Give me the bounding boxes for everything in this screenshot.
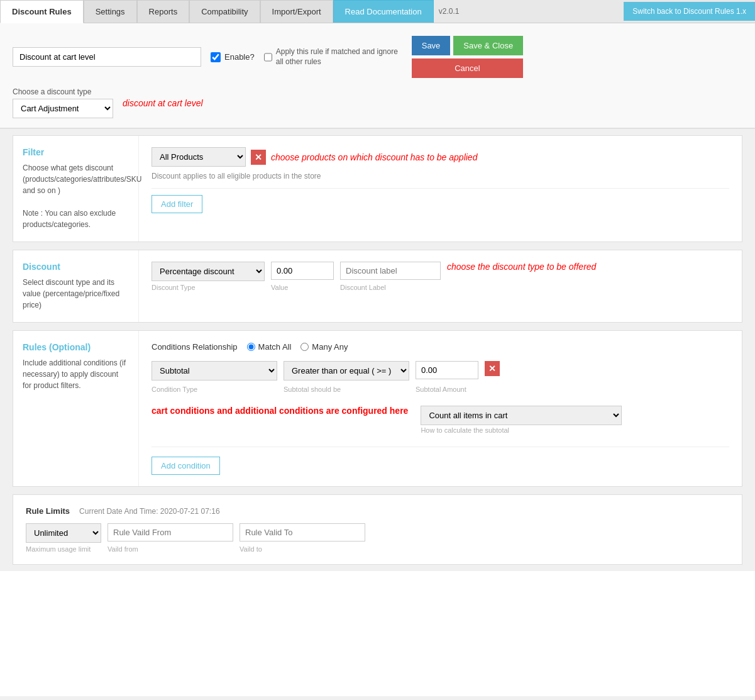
- discount-section: Discount Select discount type and its va…: [13, 250, 742, 323]
- conditions-relationship: Conditions Relationship Match All Many A…: [152, 342, 729, 352]
- tab-read-documentation[interactable]: Read Documentation: [333, 0, 434, 23]
- filter-title: Filter: [23, 147, 129, 157]
- discount-field-labels: Discount Type Value Discount Label: [152, 284, 729, 291]
- rules-section-right: Conditions Relationship Match All Many A…: [139, 331, 742, 486]
- limits-to-label: Vaild to: [240, 545, 365, 553]
- condition-operator-select[interactable]: Greater than or equal ( >= ) Less than (…: [284, 361, 409, 381]
- tab-compatibility[interactable]: Compatibility: [189, 0, 260, 23]
- main-content: Enable? Apply this rule if matched and i…: [0, 23, 755, 696]
- limits-labels: Maximum usage limit Vaild from Vaild to: [26, 545, 729, 553]
- discount-label-field-label: Discount Label: [340, 284, 441, 291]
- condition-calc-select[interactable]: Count all items in cart Sum of quantitie…: [421, 406, 622, 425]
- action-buttons: Save Save & Close Cancel: [412, 36, 523, 78]
- filter-section-left: Filter Choose what gets discount (produc…: [13, 136, 139, 242]
- ignore-rule-label: Apply this rule if matched and ignore al…: [276, 47, 402, 67]
- condition-row: Subtotal Item Count Weight Customer Grou…: [152, 361, 729, 381]
- rules-section: Rules (Optional) Include additional cond…: [13, 330, 742, 487]
- switch-back-button[interactable]: Switch back to Discount Rules 1.x: [624, 2, 755, 21]
- condition-calc-label: How to calculate the subtotal: [421, 426, 622, 434]
- filter-divider: [152, 188, 729, 189]
- add-filter-button[interactable]: Add filter: [152, 195, 202, 213]
- discount-type-label: Choose a discount type: [13, 87, 113, 96]
- rule-limits-date: Current Date And Time: 2020-07-21 07:16: [79, 507, 219, 516]
- cond-amount-label: Subtotal Amount: [416, 386, 478, 393]
- save-button[interactable]: Save: [412, 36, 451, 55]
- discount-title: Discount: [23, 262, 129, 272]
- limits-max-label: Maximum usage limit: [26, 545, 101, 553]
- discount-value-input[interactable]: [271, 262, 334, 280]
- rules-section-left: Rules (Optional) Include additional cond…: [13, 331, 139, 486]
- filter-type-select[interactable]: All Products Specific Products Categorie…: [152, 147, 246, 167]
- tab-discount-rules[interactable]: Discount Rules: [0, 0, 84, 23]
- condition-value-input[interactable]: [416, 361, 478, 379]
- discount-section-left: Discount Select discount type and its va…: [13, 250, 139, 322]
- rules-title: Rules (Optional): [23, 342, 129, 352]
- enable-group: Enable?: [211, 52, 255, 62]
- rule-limits-title: Rule Limits: [26, 506, 70, 516]
- filter-annotation: choose products on which discount has to…: [271, 152, 477, 162]
- rule-name-input[interactable]: [13, 47, 201, 67]
- discount-type-annotation: discount at cart level: [123, 98, 203, 108]
- cond-subtotal-label: Subtotal should be: [284, 386, 409, 393]
- add-condition-button[interactable]: Add condition: [152, 457, 220, 475]
- condition-calc-row: Count all items in cart Sum of quantitie…: [421, 406, 622, 434]
- filter-section: Filter Choose what gets discount (produc…: [13, 135, 742, 242]
- many-any-radio[interactable]: [300, 343, 309, 351]
- rule-limits-row: Unlimited 1 5 10 100: [26, 523, 729, 543]
- remove-condition-button[interactable]: ✕: [485, 361, 500, 376]
- save-close-button[interactable]: Save & Close: [453, 36, 523, 55]
- discount-value-field-label: Value: [271, 284, 334, 291]
- limits-valid-to-input[interactable]: [240, 523, 365, 542]
- discount-desc: Select discount type and its value (perc…: [23, 277, 129, 311]
- rules-annotation: cart conditions and additional condition…: [152, 406, 408, 416]
- discount-section-right: Percentage discount Fixed discount Fixed…: [139, 250, 742, 322]
- cancel-button[interactable]: Cancel: [412, 58, 523, 78]
- discount-annotation: choose the discount type to be offered: [447, 262, 596, 272]
- condition-type-select[interactable]: Subtotal Item Count Weight Customer Grou…: [152, 361, 277, 381]
- filter-desc: Choose what gets discount (products/cate…: [23, 162, 129, 230]
- discount-label-input[interactable]: [340, 262, 441, 280]
- match-all-radio-group[interactable]: Match All: [247, 342, 292, 352]
- match-all-radio[interactable]: [247, 343, 255, 351]
- sections: Filter Choose what gets discount (produc…: [0, 129, 755, 571]
- many-any-label: Many Any: [312, 342, 348, 352]
- top-form: Enable? Apply this rule if matched and i…: [0, 23, 755, 129]
- condition-labels: Condition Type Subtotal should be Subtot…: [152, 386, 729, 393]
- rule-limits-header: Rule Limits Current Date And Time: 2020-…: [26, 506, 729, 516]
- cond-type-label: Condition Type: [152, 386, 277, 393]
- rules-desc: Include additional conditions (if necess…: [23, 357, 129, 391]
- remove-filter-button[interactable]: ✕: [251, 150, 266, 165]
- filter-row: All Products Specific Products Categorie…: [152, 147, 729, 167]
- discount-type-dropdown[interactable]: Percentage discount Fixed discount Fixed…: [152, 262, 265, 281]
- filter-section-right: All Products Specific Products Categorie…: [139, 136, 742, 242]
- limits-from-label: Vaild from: [107, 545, 233, 553]
- version-label: v2.0.1: [434, 1, 465, 22]
- ignore-rule-checkbox[interactable]: [264, 52, 272, 62]
- enable-checkbox[interactable]: [211, 52, 221, 62]
- tab-import-export[interactable]: Import/Export: [260, 0, 333, 23]
- filter-hint: Discount applies to all eligible product…: [152, 172, 729, 181]
- match-all-label: Match All: [258, 342, 292, 352]
- discount-row: Percentage discount Fixed discount Fixed…: [152, 262, 729, 281]
- tab-settings[interactable]: Settings: [84, 0, 137, 23]
- discount-type-select[interactable]: Cart Adjustment Product Discount Buy X G…: [13, 99, 113, 118]
- limits-usage-select[interactable]: Unlimited 1 5 10 100: [26, 523, 101, 543]
- conditions-relationship-label: Conditions Relationship: [152, 342, 238, 352]
- many-any-radio-group[interactable]: Many Any: [300, 342, 348, 352]
- tab-bar: Discount Rules Settings Reports Compatib…: [0, 0, 755, 23]
- ignore-rule-group: Apply this rule if matched and ignore al…: [264, 47, 402, 67]
- discount-type-field-label: Discount Type: [152, 284, 265, 291]
- enable-label: Enable?: [224, 52, 255, 62]
- limits-valid-from-input[interactable]: [107, 523, 233, 542]
- tab-reports[interactable]: Reports: [137, 0, 190, 23]
- rule-limits-section: Rule Limits Current Date And Time: 2020-…: [13, 494, 742, 565]
